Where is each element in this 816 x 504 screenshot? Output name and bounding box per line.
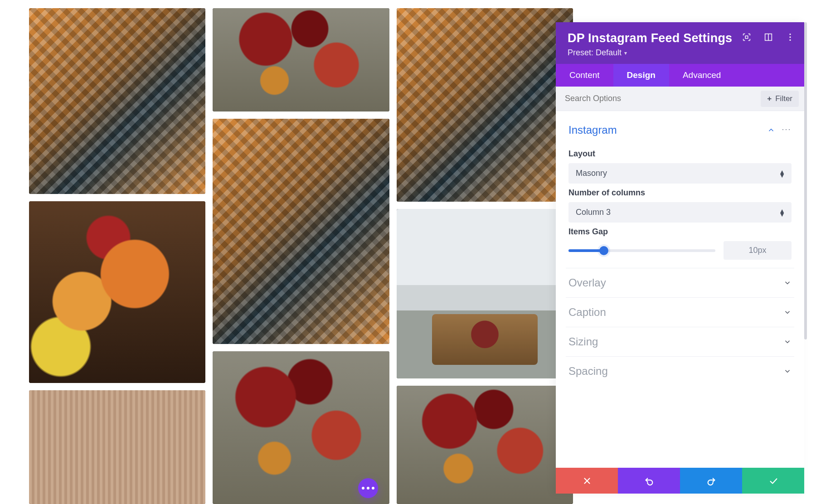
instagram-feed-masonry [29, 8, 573, 504]
feed-image[interactable] [29, 8, 205, 194]
section-overlay-toggle[interactable]: Overlay [566, 268, 794, 297]
module-actions-fab[interactable] [358, 478, 378, 498]
layout-field: Layout Masonry ▲▼ [568, 149, 792, 184]
snap-to-element-icon[interactable] [742, 32, 752, 42]
panel-footer [556, 468, 804, 494]
select-caret-icon: ▲▼ [779, 208, 785, 216]
cancel-button[interactable] [556, 468, 618, 494]
items-gap-value[interactable]: 10px [724, 241, 792, 260]
section-overlay: Overlay [566, 268, 794, 298]
section-caption-toggle[interactable]: Caption [566, 298, 794, 327]
svg-point-3 [789, 34, 791, 35]
items-gap-field: Items Gap 10px [568, 227, 792, 260]
preset-selector[interactable]: Preset: Default ▾ [568, 48, 792, 58]
plus-icon: + [767, 94, 772, 103]
feed-image[interactable] [29, 390, 205, 504]
section-sizing-toggle[interactable]: Sizing [566, 327, 794, 356]
filter-button[interactable]: + Filter [761, 91, 799, 107]
section-instagram-toggle[interactable]: Instagram ⋮ [566, 116, 794, 145]
preset-label: Preset: Default [568, 48, 622, 58]
columns-field: Number of columns Column 3 ▲▼ [568, 188, 792, 223]
section-spacing: Spacing [566, 357, 794, 386]
panel-body: Instagram ⋮ Layout Masonry ▲▼ [556, 111, 804, 494]
section-overlay-title: Overlay [568, 276, 606, 289]
section-sizing-title: Sizing [568, 335, 598, 348]
settings-tabs: Content Design Advanced [556, 64, 804, 87]
filter-label: Filter [775, 94, 792, 103]
columns-select[interactable]: Column 3 ▲▼ [568, 202, 792, 223]
feed-image[interactable] [397, 209, 573, 378]
chevron-down-icon [783, 308, 792, 316]
feed-image[interactable] [213, 8, 389, 111]
layout-label: Layout [568, 149, 792, 159]
section-sizing: Sizing [566, 327, 794, 357]
section-spacing-title: Spacing [568, 365, 608, 378]
section-caption: Caption [566, 298, 794, 327]
tab-design[interactable]: Design [613, 64, 669, 87]
chevron-down-icon [783, 338, 792, 346]
layout-select[interactable]: Masonry ▲▼ [568, 163, 792, 184]
section-instagram: Instagram ⋮ Layout Masonry ▲▼ [566, 116, 794, 268]
feed-image[interactable] [397, 386, 573, 504]
feed-image[interactable] [213, 119, 389, 344]
section-spacing-toggle[interactable]: Spacing [566, 357, 794, 386]
items-gap-label: Items Gap [568, 227, 792, 237]
tab-content[interactable]: Content [556, 64, 613, 87]
section-instagram-title: Instagram [568, 124, 617, 136]
settings-panel: DP Instagram Feed Settings Preset: Defau… [556, 22, 804, 494]
save-button[interactable] [742, 468, 804, 494]
chevron-up-icon [767, 126, 775, 134]
columns-select-value: Column 3 [576, 208, 611, 217]
search-input[interactable] [556, 87, 761, 111]
feed-image[interactable] [29, 201, 205, 383]
select-caret-icon: ▲▼ [779, 170, 785, 177]
section-caption-title: Caption [568, 306, 606, 319]
tab-advanced[interactable]: Advanced [669, 64, 735, 87]
items-gap-slider[interactable] [568, 246, 715, 255]
panel-header: DP Instagram Feed Settings Preset: Defau… [556, 22, 804, 64]
kebab-menu-icon[interactable] [785, 32, 795, 42]
svg-point-4 [789, 36, 791, 38]
caret-down-icon: ▾ [624, 50, 627, 56]
chevron-down-icon [783, 367, 792, 375]
chevron-down-icon [783, 279, 792, 287]
options-search-bar: + Filter [556, 87, 804, 111]
svg-point-5 [789, 39, 791, 41]
feed-image[interactable] [397, 8, 573, 202]
undo-button[interactable] [618, 468, 680, 494]
section-options-icon[interactable]: ⋮ [782, 125, 791, 135]
expand-panel-icon[interactable] [763, 32, 773, 42]
layout-select-value: Masonry [576, 169, 607, 178]
panel-scrollbar[interactable] [804, 22, 807, 339]
columns-label: Number of columns [568, 188, 792, 198]
redo-button[interactable] [680, 468, 742, 494]
svg-rect-0 [745, 36, 748, 39]
